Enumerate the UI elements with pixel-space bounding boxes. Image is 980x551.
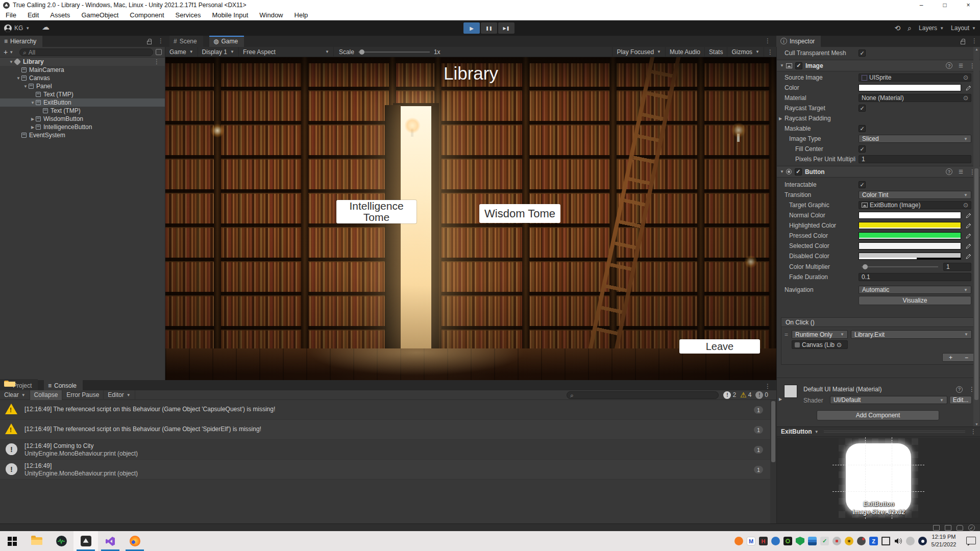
display-dropdown[interactable]: Display 1▼ [198,47,239,57]
remove-event-button[interactable]: − [959,354,974,361]
intelligence-tome-button[interactable]: IntelligenceTome [336,200,416,223]
activity-check-icon[interactable]: ✓ [968,524,975,531]
kebab-menu-icon[interactable]: ⋮ [765,37,771,44]
eyedropper-icon[interactable] [964,84,972,91]
editor-dropdown[interactable]: Editor▼ [104,390,135,400]
unity-taskbar-button[interactable] [74,531,98,551]
display-mode-dropdown[interactable]: Game▼ [165,47,198,57]
firefox-button[interactable] [122,531,147,551]
steam-icon[interactable] [918,537,927,545]
button-component-header[interactable]: ▼ ✓ Button ? ☰ ⋮ [777,166,980,178]
tree-item-exit-text-tmp[interactable]: Text (TMP) [0,107,165,115]
warning-count[interactable]: ⚠4 [740,391,751,399]
minimize-button[interactable]: – [910,0,933,10]
tree-item-text-tmp[interactable]: Text (TMP) [0,90,165,98]
menu-help[interactable]: Help [289,10,314,20]
tab-scene[interactable]: # Scene [169,36,203,47]
start-button[interactable] [0,531,24,551]
add-component-button[interactable]: Add Component [817,410,939,420]
create-object-button[interactable]: +▼ [4,48,13,56]
color-swatch[interactable] [859,84,961,91]
onclick-target-field[interactable]: Canvas (Lib ⊙ [792,340,848,349]
color-multiplier-field[interactable]: 1 [943,263,971,271]
scrollbar-thumb[interactable] [771,401,775,462]
expander-icon[interactable]: ▶ [30,125,36,130]
object-picker-icon[interactable]: ⊙ [963,74,968,81]
tree-item-library[interactable]: ▼ Library ⋮ [0,58,165,66]
kebab-menu-icon[interactable]: ⋮ [158,37,164,44]
network-icon[interactable] [933,525,940,531]
eyedropper-icon[interactable] [964,212,972,219]
highlighted-color-swatch[interactable] [859,222,961,229]
card-check-icon[interactable]: ✓ [820,537,829,545]
foldout-icon[interactable]: ▶ [779,397,782,402]
console-search-input[interactable]: ⌕ [567,391,719,399]
clear-button[interactable]: Clear▼ [0,390,30,400]
preview-drag-handle[interactable] [824,431,965,433]
expander-icon[interactable]: ▼ [8,60,14,64]
audio-app-button[interactable] [49,531,74,551]
tree-item-panel[interactable]: ▼ Panel [0,82,165,90]
menu-gameobject[interactable]: GameObject [76,10,124,20]
avast-icon[interactable] [734,537,743,545]
object-picker-icon[interactable]: ⊙ [963,202,968,209]
z-app-icon[interactable]: Z [869,537,878,545]
tab-game[interactable]: ◍ Game [209,36,244,47]
play-focused-dropdown[interactable]: Play Focused▼ [612,47,666,57]
pause-button[interactable]: ❚❚ [481,22,497,34]
add-event-button[interactable]: + [943,354,959,361]
kebab-menu-icon[interactable]: ⋮ [971,37,977,44]
lock-icon[interactable] [961,41,965,44]
navigation-dropdown[interactable]: Automatic ▼ [859,286,971,294]
tree-item-eventsystem[interactable]: EventSystem [0,131,165,139]
expander-icon[interactable]: ▼ [30,101,36,105]
transition-dropdown[interactable]: Color Tint ▼ [859,191,971,199]
expander-icon[interactable]: ▼ [22,84,29,89]
console-entry-log[interactable]: ! [12:16:49] UnityEngine.MonoBehaviour:p… [0,460,772,480]
aspect-dropdown[interactable]: Free Aspect▼ [239,47,334,57]
foldout-icon[interactable]: ▶ [779,116,782,121]
expander-icon[interactable]: ▶ [30,117,36,121]
mute-audio-button[interactable]: Mute Audio [666,47,705,57]
scene-picking-icon[interactable] [156,49,162,55]
color-multiplier-slider[interactable] [862,266,938,267]
gray-app-icon[interactable] [906,537,915,545]
kebab-menu-icon[interactable]: ⋮ [765,383,771,390]
edit-material-button[interactable]: Edit... [949,396,972,404]
cloud-icon[interactable]: ☁ [42,22,50,32]
file-explorer-button[interactable] [24,531,49,551]
account-dropdown[interactable]: KG ▼ [4,22,30,34]
menu-mobile-input[interactable]: Mobile Input [206,10,254,20]
eyedropper-icon[interactable] [964,253,972,260]
expander-icon[interactable]: ▼ [15,76,21,81]
h-app-icon[interactable]: H [759,537,768,545]
pressed-color-swatch[interactable] [859,232,961,239]
nvidia-icon[interactable] [783,537,792,545]
stack-icon[interactable] [808,537,817,545]
menu-services[interactable]: Services [170,10,207,20]
slider-thumb[interactable] [863,264,868,269]
normal-color-swatch[interactable] [859,212,961,219]
menu-edit[interactable]: Edit [22,10,44,20]
help-icon[interactable]: ? [946,168,952,175]
runtime-only-dropdown[interactable]: Runtime Only ▼ [792,330,848,339]
target-graphic-field[interactable]: ExitButton (Image) ⊙ [859,201,971,209]
notification-center-icon[interactable] [966,537,976,544]
kebab-menu-icon[interactable]: ⋮ [764,48,776,56]
shield-check-icon[interactable] [796,537,804,545]
fade-duration-field[interactable]: 0.1 [859,273,971,281]
selected-color-swatch[interactable] [859,242,961,249]
error-count[interactable]: !0 [755,391,768,399]
drag-handle-icon[interactable]: = [785,331,788,338]
tab-console[interactable]: ≡ Console [44,379,83,390]
plug-icon[interactable] [771,537,780,545]
visual-studio-button[interactable] [98,531,122,551]
gear-icon[interactable] [857,537,866,545]
tree-item-maincamera[interactable]: MainCamera [0,66,165,74]
stats-button[interactable]: Stats [705,47,727,57]
material-field[interactable]: None (Material) ⊙ [859,94,971,102]
menu-file[interactable]: File [0,10,22,20]
help-icon[interactable]: ? [956,386,963,393]
tab-inspector[interactable]: i Inspector [776,36,821,47]
tab-hierarchy[interactable]: ≡ Hierarchy [0,36,42,47]
